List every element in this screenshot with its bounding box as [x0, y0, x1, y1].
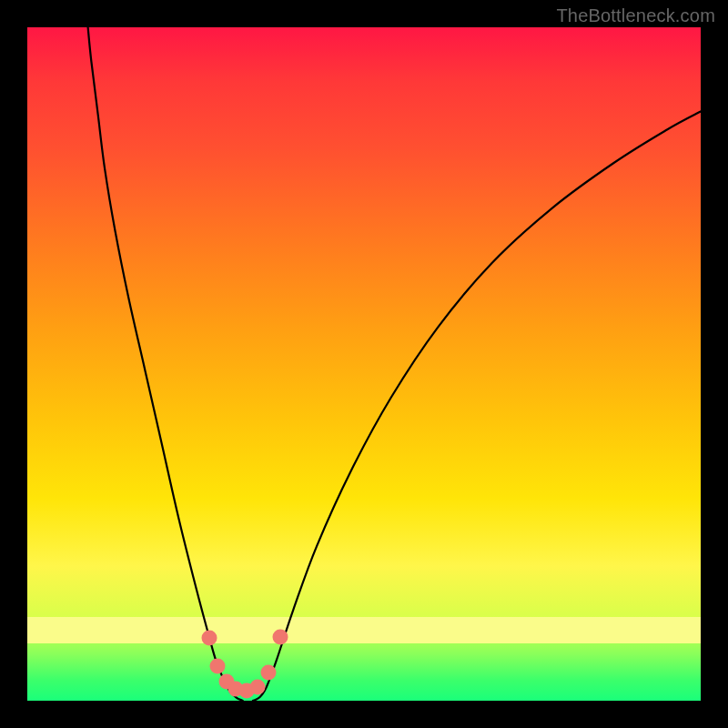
data-marker [260, 664, 276, 680]
highlight-band [27, 617, 701, 644]
data-marker [201, 631, 217, 646]
data-marker [210, 658, 226, 673]
chart-canvas: TheBottleneck.com [0, 0, 728, 728]
watermark-label: TheBottleneck.com [556, 5, 715, 26]
curve-left [88, 27, 243, 701]
data-marker [272, 629, 288, 644]
data-marker [250, 680, 266, 695]
curve-svg [27, 27, 701, 701]
plot-area [27, 27, 701, 701]
curve-right [253, 112, 701, 702]
